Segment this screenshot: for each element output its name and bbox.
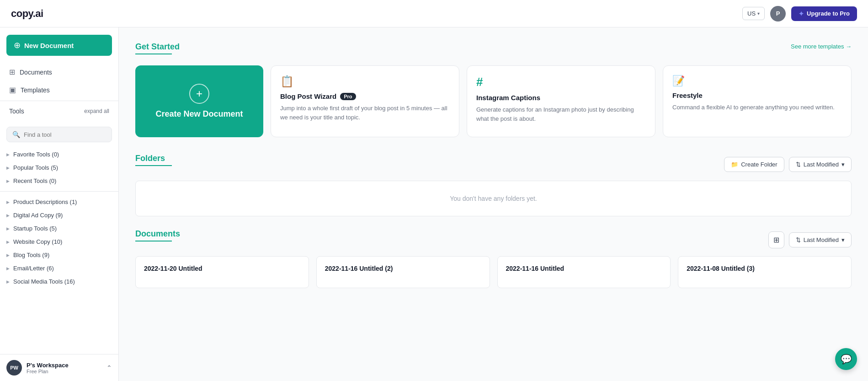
tool-category-website[interactable]: ▶ Website Copy (10) xyxy=(0,235,118,248)
freestyle-icon: 📝 xyxy=(672,75,842,87)
tool-category-recent[interactable]: ▶ Recent Tools (0) xyxy=(0,174,118,188)
sidebar-divider-2 xyxy=(0,191,118,192)
tool-category-email[interactable]: ▶ Email/Letter (6) xyxy=(0,262,118,275)
folders-sort-label: Last Modified xyxy=(804,161,839,168)
template-card-blog-wizard[interactable]: 📋 Blog Post Wizard Pro Jump into a whole… xyxy=(271,65,459,137)
chevron-down-icon: ▾ xyxy=(757,11,760,16)
card-header-row-fs: Freestyle xyxy=(672,91,842,99)
plus-icon: ⊕ xyxy=(14,40,21,50)
freestyle-name: Freestyle xyxy=(672,91,703,99)
main-content: Get Started See more templates → + Creat… xyxy=(119,27,868,381)
tool-category-label: Product Descriptions (1) xyxy=(13,199,77,205)
grid-icon: ⊞ xyxy=(773,236,779,244)
tools-header[interactable]: Tools expand all xyxy=(0,103,118,119)
search-input[interactable] xyxy=(24,131,106,138)
docs-actions: ⊞ ⇅ Last Modified ▾ xyxy=(768,231,852,248)
triangle-icon: ▶ xyxy=(6,279,10,284)
folders-actions: 📁 Create Folder ⇅ Last Modified ▾ xyxy=(724,157,852,172)
nav-right: US ▾ P ✦ Upgrade to Pro xyxy=(742,6,857,21)
sidebar-item-templates[interactable]: ▣ Templates xyxy=(0,81,118,99)
tool-category-digital-ad[interactable]: ▶ Digital Ad Copy (9) xyxy=(0,209,118,222)
lang-selector[interactable]: US ▾ xyxy=(742,7,765,20)
folders-empty-state: You don't have any folders yet. xyxy=(135,181,852,216)
section-underline xyxy=(135,54,172,54)
triangle-icon: ▶ xyxy=(6,152,10,157)
sidebar-nav: ⊞ Documents ▣ Templates Tools expand all xyxy=(0,63,118,123)
avatar[interactable]: P xyxy=(770,6,786,21)
sidebar-item-documents[interactable]: ⊞ Documents xyxy=(0,63,118,81)
sidebar-item-documents-label: Documents xyxy=(20,69,52,76)
new-document-button[interactable]: ⊕ New Document xyxy=(6,35,112,56)
documents-section: Documents ⊞ ⇅ Last Modified ▾ 2022-11 xyxy=(135,229,852,288)
folders-sort-button[interactable]: ⇅ Last Modified ▾ xyxy=(789,157,852,172)
folders-title-block: Folders xyxy=(135,154,172,175)
create-folder-button[interactable]: 📁 Create Folder xyxy=(724,157,784,172)
tool-category-blog[interactable]: ▶ Blog Tools (9) xyxy=(0,248,118,262)
doc-title-2: 2022-11-16 Untitled (2) xyxy=(325,265,393,272)
chevron-down-icon: ▾ xyxy=(841,161,845,168)
folders-empty-message: You don't have any folders yet. xyxy=(450,195,537,202)
check-icon: ✦ xyxy=(799,10,804,17)
instagram-name: Instagram Captions xyxy=(476,94,540,102)
see-more-templates-link[interactable]: See more templates → xyxy=(791,43,852,50)
instagram-desc: Generate captions for an Instagram photo… xyxy=(476,105,646,123)
triangle-icon: ▶ xyxy=(6,226,10,231)
sort-icon: ⇅ xyxy=(796,161,801,168)
triangle-icon: ▶ xyxy=(6,240,10,244)
get-started-title-block: Get Started xyxy=(135,42,180,64)
templates-grid: + Create New Document 📋 Blog Post Wizard… xyxy=(135,65,852,137)
search-icon: 🔍 xyxy=(12,131,20,138)
triangle-icon: ▶ xyxy=(6,253,10,258)
documents-underline xyxy=(135,241,172,241)
doc-title-3: 2022-11-16 Untitled xyxy=(506,265,564,272)
folder-icon: 📁 xyxy=(731,161,738,168)
docs-sort-button[interactable]: ⇅ Last Modified ▾ xyxy=(789,232,852,247)
doc-card-1[interactable]: 2022-11-20 Untitled xyxy=(135,256,309,288)
tool-category-label: Social Media Tools (16) xyxy=(13,278,75,285)
triangle-icon: ▶ xyxy=(6,213,10,218)
grid-view-button[interactable]: ⊞ xyxy=(768,231,784,248)
template-card-freestyle[interactable]: 📝 Freestyle Command a flexible AI to gen… xyxy=(663,65,852,137)
chevron-up-icon: ⌃ xyxy=(107,364,112,371)
documents-title-block: Documents xyxy=(135,229,180,251)
triangle-icon: ▶ xyxy=(6,266,10,271)
sidebar-divider xyxy=(0,101,118,101)
blog-wizard-icon: 📋 xyxy=(280,75,450,88)
doc-title-4: 2022-11-08 Untitled (3) xyxy=(687,265,755,272)
create-folder-label: Create Folder xyxy=(741,161,777,168)
sidebar-item-templates-label: Templates xyxy=(21,86,50,94)
tool-category-label: Startup Tools (5) xyxy=(13,225,57,232)
template-card-instagram[interactable]: # Instagram Captions Generate captions f… xyxy=(467,65,655,137)
search-box: 🔍 xyxy=(6,127,112,142)
tool-category-favorites[interactable]: ▶ Favorite Tools (0) xyxy=(0,148,118,161)
documents-header: Documents ⊞ ⇅ Last Modified ▾ xyxy=(135,229,852,251)
tool-category-startup[interactable]: ▶ Startup Tools (5) xyxy=(0,222,118,235)
sidebar-footer[interactable]: PW P's Workspace Free Plan ⌃ xyxy=(0,354,118,381)
doc-card-3[interactable]: 2022-11-16 Untitled xyxy=(497,256,671,288)
doc-card-4[interactable]: 2022-11-08 Untitled (3) xyxy=(678,256,852,288)
tool-category-label: Blog Tools (9) xyxy=(13,252,49,258)
create-new-document-card[interactable]: + Create New Document xyxy=(135,65,263,137)
tool-category-product[interactable]: ▶ Product Descriptions (1) xyxy=(0,195,118,209)
tool-category-label: Email/Letter (6) xyxy=(13,265,54,272)
workspace-initials: PW xyxy=(10,365,18,370)
chat-fab-button[interactable]: 💬 xyxy=(835,348,857,370)
workspace-details: P's Workspace Free Plan xyxy=(27,362,69,374)
tool-category-popular[interactable]: ▶ Popular Tools (5) xyxy=(0,161,118,174)
pro-badge: Pro xyxy=(340,93,356,100)
sort-icon: ⇅ xyxy=(796,236,801,243)
triangle-icon: ▶ xyxy=(6,179,10,183)
chat-icon: 💬 xyxy=(841,354,852,365)
folders-section: Folders 📁 Create Folder ⇅ Last Modified … xyxy=(135,154,852,216)
upgrade-label: Upgrade to Pro xyxy=(807,10,850,17)
expand-all-label[interactable]: expand all xyxy=(84,108,109,114)
folders-title: Folders xyxy=(135,154,172,163)
main-layout: ⊕ New Document ⊞ Documents ▣ Templates T… xyxy=(0,27,868,381)
doc-card-2[interactable]: 2022-11-16 Untitled (2) xyxy=(316,256,490,288)
documents-title: Documents xyxy=(135,229,180,239)
docs-sort-label: Last Modified xyxy=(804,236,839,243)
lang-label: US xyxy=(747,10,756,17)
featured-card-title: Create New Document xyxy=(155,109,243,119)
tool-category-social[interactable]: ▶ Social Media Tools (16) xyxy=(0,275,118,288)
upgrade-button[interactable]: ✦ Upgrade to Pro xyxy=(791,6,857,21)
